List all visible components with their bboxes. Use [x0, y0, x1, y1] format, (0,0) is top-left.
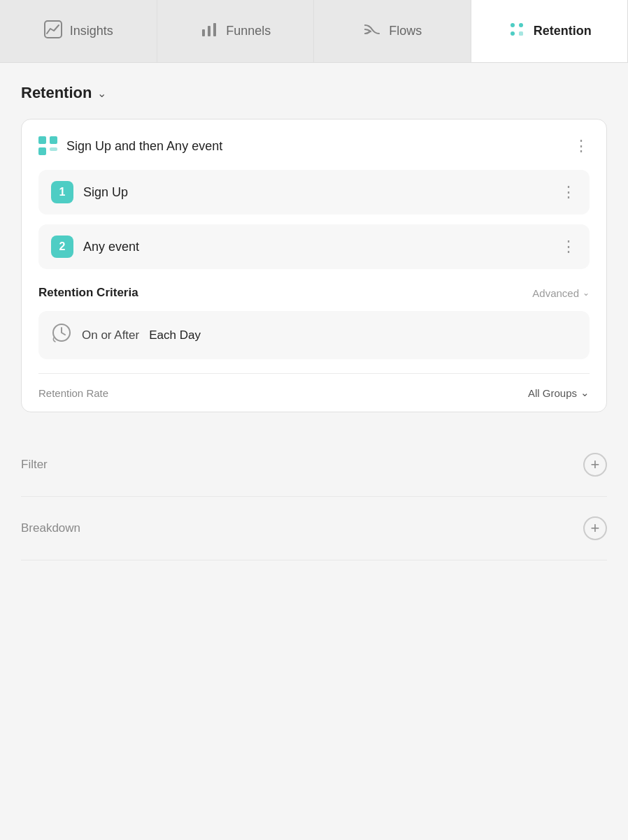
clock-icon — [51, 322, 72, 348]
svg-point-4 — [511, 23, 515, 27]
retention-icon — [507, 20, 527, 43]
main-content: Retention ⌄ Sign Up and then Any event ⋮… — [0, 63, 628, 840]
insights-icon — [43, 20, 63, 43]
main-card: Sign Up and then Any event ⋮ 1 Sign Up ⋮… — [21, 119, 607, 412]
all-groups-chevron-icon: ⌄ — [580, 386, 590, 399]
on-or-after-text: On or After — [82, 328, 139, 342]
svg-rect-7 — [519, 31, 523, 36]
tab-flows[interactable]: Flows — [314, 0, 471, 62]
breakdown-add-button[interactable]: + — [583, 516, 607, 540]
tab-funnels[interactable]: Funnels — [157, 0, 315, 62]
advanced-dropdown-button[interactable]: Advanced ⌄ — [532, 287, 590, 299]
card-header-row: Sign Up and then Any event ⋮ — [38, 136, 590, 156]
tab-funnels-label: Funnels — [226, 24, 271, 38]
tab-retention-label: Retention — [534, 24, 592, 38]
funnels-icon — [199, 20, 219, 43]
breakdown-section-row: Breakdown + — [21, 497, 607, 560]
criteria-section: Retention Criteria Advanced ⌄ On or Afte… — [38, 286, 590, 359]
card-header-menu-button[interactable]: ⋮ — [573, 137, 590, 155]
card-header-title: Sign Up and then Any event — [66, 139, 222, 154]
event-row-1-left: 1 Sign Up — [51, 181, 128, 203]
svg-rect-0 — [45, 21, 62, 38]
criteria-section-title: Retention Criteria — [38, 286, 138, 300]
retention-card-icon — [38, 136, 58, 156]
all-groups-dropdown-button[interactable]: All Groups ⌄ — [528, 386, 590, 399]
tab-retention[interactable]: Retention — [471, 0, 629, 62]
tab-insights-label: Insights — [70, 24, 113, 38]
tab-flows-label: Flows — [389, 24, 422, 38]
criteria-row[interactable]: On or After Each Day — [38, 311, 590, 359]
event-2-menu-button[interactable]: ⋮ — [561, 238, 577, 256]
svg-rect-3 — [213, 23, 216, 36]
advanced-chevron-icon: ⌄ — [583, 288, 590, 298]
page-title: Retention — [21, 84, 92, 102]
event-label-2: Any event — [83, 240, 139, 254]
event-number-1: 1 — [51, 181, 73, 203]
event-label-1: Sign Up — [83, 185, 128, 200]
event-1-menu-button[interactable]: ⋮ — [561, 183, 577, 201]
each-day-text: Each Day — [149, 328, 201, 342]
filter-label: Filter — [21, 458, 48, 472]
breakdown-label: Breakdown — [21, 521, 80, 535]
flows-icon — [362, 20, 382, 43]
filter-add-button[interactable]: + — [583, 453, 607, 477]
svg-point-5 — [519, 23, 523, 27]
event-number-2: 2 — [51, 236, 73, 258]
card-header-left: Sign Up and then Any event — [38, 136, 222, 156]
page-title-row: Retention ⌄ — [21, 84, 607, 102]
svg-rect-1 — [202, 29, 205, 36]
advanced-label: Advanced — [532, 287, 579, 299]
svg-point-6 — [511, 31, 515, 36]
criteria-header-row: Retention Criteria Advanced ⌄ — [38, 286, 590, 300]
card-bottom-row: Retention Rate All Groups ⌄ — [38, 373, 590, 412]
all-groups-label: All Groups — [528, 387, 577, 399]
tab-insights[interactable]: Insights — [0, 0, 157, 62]
page-title-chevron[interactable]: ⌄ — [97, 87, 106, 100]
svg-rect-2 — [208, 26, 210, 36]
filter-section-row: Filter + — [21, 433, 607, 497]
event-row-2-left: 2 Any event — [51, 236, 139, 258]
event-row-1[interactable]: 1 Sign Up ⋮ — [38, 170, 590, 215]
top-navigation: Insights Funnels Flows — [0, 0, 628, 63]
event-row-2[interactable]: 2 Any event ⋮ — [38, 224, 590, 269]
retention-rate-label: Retention Rate — [38, 387, 108, 399]
